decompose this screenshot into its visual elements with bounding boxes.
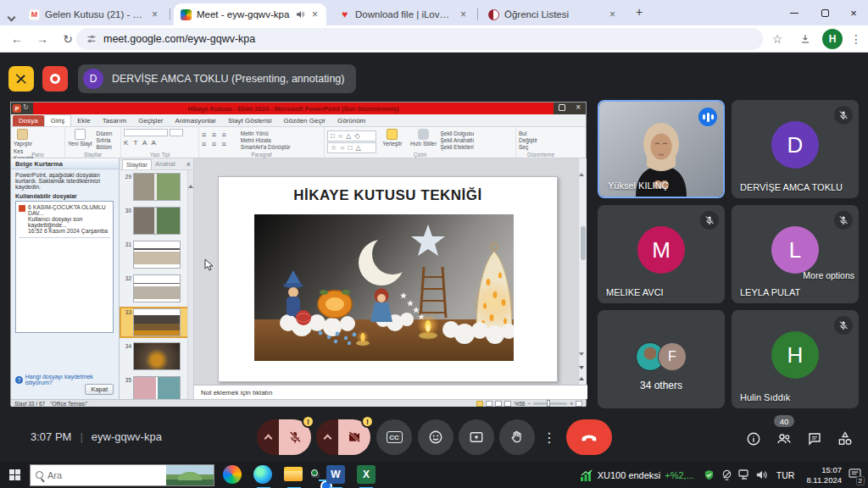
- tab-meet-active[interactable]: Meet - eyw-gqwv-kpa ×: [174, 3, 326, 25]
- slide-photo[interactable]: [254, 214, 514, 361]
- tab-search-icon[interactable]: [8, 8, 14, 24]
- reactions-button[interactable]: [418, 419, 453, 455]
- shapes-gallery[interactable]: □ ○ △ ◇: [327, 130, 376, 141]
- align-buttons[interactable]: ≡ ≡ ≡: [202, 140, 239, 148]
- start-button[interactable]: [9, 469, 20, 480]
- excel-icon[interactable]: X: [357, 465, 377, 485]
- tray-app-icon[interactable]: [721, 469, 733, 481]
- smartart-button[interactable]: SmartArt'a Dönüştür: [241, 144, 320, 150]
- back-button[interactable]: ←: [7, 29, 27, 49]
- ppt-tab-gecisler[interactable]: Geçişler: [132, 115, 169, 126]
- slide-thumb-31[interactable]: 31: [121, 241, 190, 269]
- reading-view-icon[interactable]: [495, 401, 502, 407]
- shape-outline-button[interactable]: Şekil Anahattı: [440, 137, 503, 143]
- zoom-out-button[interactable]: −: [527, 401, 531, 407]
- fit-window-icon[interactable]: [576, 401, 582, 407]
- ppt-close-button[interactable]: ×: [576, 103, 581, 112]
- new-tab-button[interactable]: +: [636, 5, 643, 19]
- align-text-button[interactable]: Metni Hizala: [241, 137, 320, 143]
- recovered-file-name[interactable]: 6 KASIM-ÇOCUKTA OLUMLU DAV...: [28, 204, 110, 216]
- recording-indicator-button[interactable]: [42, 66, 68, 92]
- shape-effects-button[interactable]: Şekil Efektleri: [440, 144, 503, 150]
- browser-menu-icon[interactable]: ⋮: [846, 29, 866, 49]
- slide-scrollbar[interactable]: [578, 158, 587, 385]
- leave-call-button[interactable]: [566, 419, 612, 455]
- sorter-view-icon[interactable]: [486, 401, 492, 407]
- text-direction-button[interactable]: Metin Yönü: [241, 130, 320, 136]
- more-controls-button[interactable]: ⋮: [541, 419, 558, 455]
- find-button[interactable]: Bul: [519, 130, 537, 136]
- slide-thumb-30[interactable]: 30: [121, 207, 190, 235]
- profile-avatar[interactable]: H: [822, 29, 843, 49]
- site-settings-icon[interactable]: [86, 34, 97, 44]
- ppt-tab-giris[interactable]: Giriş: [44, 114, 71, 126]
- meeting-details-button[interactable]: [744, 430, 763, 448]
- participant-tile-leyla-pulat[interactable]: L More options LEYLA PULAT: [732, 205, 859, 303]
- chrome-taskbar-button[interactable]: [311, 473, 320, 478]
- tab-ogrenci-listesi[interactable]: Öğrenci Listesi ×: [481, 3, 624, 25]
- edge-icon[interactable]: [253, 465, 274, 485]
- window-minimize-button[interactable]: [780, 0, 809, 25]
- outline-tab[interactable]: Anahat: [155, 160, 175, 168]
- ppt-tab-gorunum[interactable]: Görünüm: [331, 115, 371, 126]
- recovery-file-list[interactable]: 6 KASIM-ÇOCUKTA OLUMLU DAV... Kullanıcı …: [15, 201, 114, 333]
- layout-button[interactable]: Düzen: [96, 130, 112, 136]
- slide-thumb-29[interactable]: 29: [121, 173, 190, 201]
- recovery-close-button[interactable]: Kapat: [85, 384, 114, 395]
- file-explorer-icon[interactable]: [284, 465, 304, 485]
- zoom-in-button[interactable]: +: [570, 401, 573, 407]
- tab-close-icon[interactable]: ×: [459, 8, 468, 20]
- window-maximize-button[interactable]: [810, 0, 839, 25]
- ppt-tab-slayt-gosterisi[interactable]: Slayt Gösterisi: [222, 115, 278, 126]
- annotation-tool-button[interactable]: [8, 66, 34, 92]
- taskbar-clock[interactable]: 15:07 8.11.2024: [806, 465, 842, 485]
- taskbar-search[interactable]: [30, 464, 214, 486]
- tab-ilovepdf[interactable]: ♥ Download file | iLovePDF ×: [332, 3, 475, 25]
- arrange-button[interactable]: Yerleştir: [378, 129, 407, 147]
- omnibox[interactable]: meet.google.com/eyw-gqwv-kpa: [76, 28, 763, 50]
- zoom-slider[interactable]: [533, 402, 567, 405]
- notes-placeholder[interactable]: Not eklemek için tıklatın: [194, 385, 587, 399]
- captions-button[interactable]: CC: [376, 419, 412, 455]
- ppt-tab-gozden-gecir[interactable]: Gözden Geçir: [278, 115, 331, 126]
- participant-tile-melike-avci[interactable]: M MELIKE AVCI: [598, 205, 725, 303]
- network-icon[interactable]: [738, 469, 751, 481]
- tab-gmail[interactable]: M Gelen Kutusu (21) - hulin.siddik ×: [22, 3, 166, 25]
- select-button[interactable]: Seç: [519, 144, 537, 150]
- bookmark-icon[interactable]: ☆: [767, 29, 787, 49]
- tab-close-icon[interactable]: ×: [150, 8, 159, 20]
- slide-thumb-34[interactable]: 34: [121, 342, 190, 370]
- slideshow-view-icon[interactable]: [504, 401, 511, 407]
- camera-options-chevron[interactable]: [316, 419, 338, 455]
- keyboard-language[interactable]: TUR: [776, 470, 795, 480]
- tab-close-icon[interactable]: ×: [608, 8, 617, 20]
- replace-button[interactable]: Değiştir: [519, 137, 537, 143]
- ppt-tab-ekle[interactable]: Ekle: [71, 115, 97, 126]
- camera-off-button[interactable]: !: [338, 419, 370, 455]
- ppt-maximize-button[interactable]: [559, 104, 565, 111]
- taskbar-search-input[interactable]: [47, 470, 141, 480]
- participant-tile-yuksel-kilinc[interactable]: Yüksel KILINÇ: [598, 100, 725, 198]
- camera-control[interactable]: !: [316, 419, 370, 455]
- mic-options-chevron[interactable]: [257, 419, 279, 455]
- chat-button[interactable]: [805, 430, 824, 448]
- volume-icon[interactable]: [756, 469, 769, 481]
- font-style-buttons[interactable]: K T A A: [124, 139, 196, 147]
- current-slide[interactable]: HİKAYE KUTUSU TEKNİĞİ: [218, 176, 558, 382]
- reload-button[interactable]: ↻: [58, 29, 78, 49]
- ppt-undo-icon[interactable]: ↻: [23, 103, 29, 111]
- copilot-icon[interactable]: [223, 465, 243, 485]
- window-close-button[interactable]: ×: [839, 0, 868, 25]
- section-button[interactable]: Bölüm: [96, 144, 112, 150]
- slide-title[interactable]: HİKAYE KUTUSU TEKNİĞİ: [219, 187, 557, 204]
- forward-button[interactable]: →: [32, 29, 53, 49]
- participant-tile-hulin-siddik[interactable]: H Hulin Sıddık: [732, 310, 859, 408]
- paste-button[interactable]: Yapıştır: [14, 129, 32, 147]
- people-button[interactable]: [775, 430, 793, 448]
- present-button[interactable]: [459, 419, 494, 455]
- ppt-tab-tasarim[interactable]: Tasarım: [97, 115, 132, 126]
- thumbnail-scrollbar[interactable]: [187, 170, 193, 399]
- ppt-tab-animasyonlar[interactable]: Animasyonlar: [170, 115, 222, 126]
- activities-button[interactable]: [836, 430, 854, 448]
- reset-button[interactable]: Sıfırla: [96, 137, 112, 143]
